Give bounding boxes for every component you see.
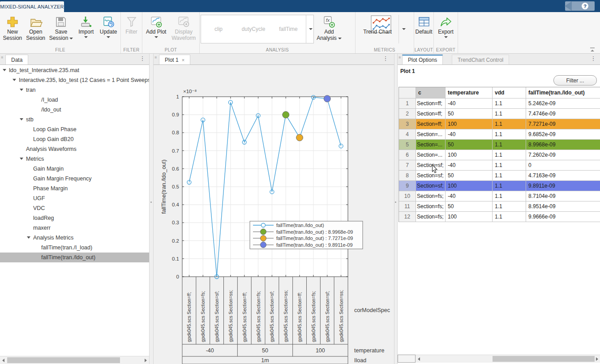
table-row[interactable]: 3Section=ff;1001.17.7271e-09	[399, 119, 600, 129]
scroll-left-icon[interactable]	[2, 359, 4, 362]
table-row[interactable]: 10Section=fs;-401.18.7104e-09	[399, 191, 600, 201]
app-tab[interactable]: MIXED-SIGNAL ANALYZER	[0, 1, 64, 12]
tree-item-label: Phase Margin	[33, 184, 68, 193]
toolbar-collapse-button[interactable]	[589, 46, 596, 51]
tab-data[interactable]: Data	[5, 55, 28, 64]
column-header[interactable]: temperature	[446, 87, 493, 98]
gallery-item-clip[interactable]: fxclip	[201, 15, 236, 43]
tree-item[interactable]: VDC	[0, 203, 149, 213]
tree-item[interactable]: /I_load	[0, 95, 149, 105]
tree-item[interactable]: Gain Margin	[0, 164, 149, 174]
display-waveform-button[interactable]: DisplayWaveform	[169, 13, 198, 41]
filter-button[interactable]: Filter	[122, 13, 141, 35]
scrollbar-thumb[interactable]	[7, 357, 120, 363]
tree-item[interactable]: Gain Margin Frequency	[0, 174, 149, 184]
column-header[interactable]: c	[416, 87, 446, 98]
column-header[interactable]: fallTime(tran./ldo_out)	[526, 87, 600, 98]
tree-item[interactable]: loadReg	[0, 213, 149, 223]
table-row[interactable]: 1Section=ff;-401.15.2462e-09	[399, 98, 600, 109]
plot-panel-menu-icon[interactable]: ⋮	[382, 55, 389, 63]
temperature-cell: 100	[446, 212, 493, 222]
tab-trendchart-control[interactable]: TrendChart Control	[452, 55, 509, 64]
gallery-item-dutyCycle[interactable]: fxdutyCycle	[236, 15, 271, 43]
tree-item[interactable]: tran	[0, 85, 149, 95]
add-analysis-button[interactable]: fxAddAnalysis	[314, 13, 344, 41]
trend-chart-plot[interactable]: 00.10.20.30.40.50.60.70.80.91×10⁻⁸fallTi…	[154, 65, 394, 364]
tree-item[interactable]: Analysis Metrics	[0, 233, 149, 243]
tree-item[interactable]: Analysis Waveforms	[0, 144, 149, 154]
tree-item[interactable]: /ldo_out	[0, 105, 149, 115]
new-session-button[interactable]: NewSession	[1, 13, 24, 41]
tree-expander-icon[interactable]	[3, 69, 6, 71]
tree-item-label: Interactive.235, ldo_test (12 Cases = 1 …	[19, 75, 149, 85]
table-row[interactable]: 5Section=...501.18.9968e-09	[399, 140, 600, 150]
gallery-dropdown-button[interactable]	[306, 15, 313, 43]
panel-grip-icon[interactable]: ≡	[1, 56, 4, 62]
vdd-cell: 1.1	[493, 160, 526, 171]
tree-expander-icon[interactable]	[20, 118, 23, 120]
svg-text:0.6: 0.6	[172, 166, 179, 171]
scroll-left-icon[interactable]	[418, 357, 420, 361]
table-row[interactable]: 9Section=sf;1001.19.8911e-09	[399, 181, 600, 191]
titlebar: MIXED-SIGNAL ANALYZER ?	[0, 0, 600, 12]
gallery-item-fallTime[interactable]: fxfallTime	[271, 15, 306, 43]
save-session-button[interactable]: SaveSession	[47, 13, 75, 41]
options-panel-menu-icon[interactable]: ⋮	[590, 55, 596, 63]
table-row[interactable]: 4Section=...-401.19.6852e-09	[399, 129, 600, 140]
tree-item[interactable]: Metrics	[0, 154, 149, 164]
tree-item[interactable]: Phase Margin	[0, 184, 149, 193]
column-header[interactable]	[399, 87, 416, 98]
export-icon	[439, 15, 453, 29]
table-row[interactable]: 8Section=sf;501.14.7163e-09	[399, 171, 600, 181]
data-panel-hscrollbar[interactable]	[0, 356, 149, 364]
button-label: Default	[415, 29, 432, 35]
scrollbar-thumb[interactable]	[493, 356, 595, 362]
open-session-button[interactable]: OpenSession	[24, 13, 47, 41]
default-layout-button[interactable]: Default	[415, 13, 433, 35]
chevron-down-icon	[402, 28, 406, 30]
tree-item[interactable]: UGF	[0, 193, 149, 203]
data-panel-header: ≡ Data ⋮	[0, 54, 149, 64]
tree-expander-icon[interactable]	[13, 79, 16, 81]
tree-item[interactable]: maxerr	[0, 223, 149, 233]
tab-plot-1[interactable]: Plot 1 ×	[159, 55, 190, 64]
update-button[interactable]: Update	[97, 13, 120, 38]
splitter-left[interactable]	[149, 54, 154, 364]
tree-expander-icon[interactable]	[27, 236, 30, 239]
import-button[interactable]: Import	[75, 13, 97, 38]
tab-plot-options[interactable]: Plot Options	[402, 55, 443, 64]
table-row[interactable]: 6Section=...1001.17.2602e-09	[399, 150, 600, 160]
falltime-cell: 9.6852e-09	[526, 129, 600, 140]
data-panel-menu-icon[interactable]: ⋮	[139, 55, 146, 63]
tree-item[interactable]: fallTime(tran./I_load)	[0, 243, 149, 253]
scroll-right-icon[interactable]	[596, 357, 598, 361]
column-header[interactable]: vdd	[493, 87, 526, 98]
table-row[interactable]: 7Section=sf;-401.10	[399, 160, 600, 171]
options-panel-hscrollbar[interactable]	[416, 355, 600, 363]
tree-item[interactable]: fallTime(tran./ldo_out)	[0, 253, 149, 262]
tree-expander-icon[interactable]	[20, 89, 23, 91]
tree-item[interactable]: Loop Gain dB20	[0, 134, 149, 144]
trend-chart-button[interactable]: Trend Chart	[356, 13, 399, 35]
tree-item[interactable]: stb	[0, 115, 149, 124]
help-button[interactable]: ?	[565, 1, 595, 11]
vdd-cell: 1.1	[493, 181, 526, 191]
tree-item[interactable]: ldo_test_Interactive.235.mat	[0, 65, 149, 75]
filter-button[interactable]: Filter ...	[553, 75, 597, 86]
table-row[interactable]: 2Section=ff;501.17.4746e-09	[399, 109, 600, 119]
plot-tab-close-icon[interactable]: ×	[182, 57, 184, 63]
tree-item[interactable]: Interactive.235, ldo_test (12 Cases = 1 …	[0, 75, 149, 85]
scroll-right-icon[interactable]	[145, 359, 147, 362]
panel-grip-icon[interactable]: ≡	[154, 56, 158, 62]
splitter-right[interactable]	[394, 54, 398, 364]
export-button[interactable]: Export	[435, 13, 457, 38]
table-row[interactable]: 12Section=fs;1001.19.9666e-09	[399, 212, 600, 222]
metrics-dropdown-button[interactable]	[399, 15, 407, 43]
tree-item[interactable]: Loop Gain Phase	[0, 124, 149, 134]
panel-grip-icon[interactable]: ≡	[399, 56, 402, 62]
table-row[interactable]: 11Section=fs;501.18.9514e-09	[399, 201, 600, 212]
svg-text:gpdk045.scs Section=sf;: gpdk045.scs Section=sf;	[325, 291, 330, 342]
corner-cell: Section=...	[416, 140, 446, 150]
add-plot-button[interactable]: Add Plot	[143, 13, 169, 38]
tree-expander-icon[interactable]	[20, 158, 23, 160]
